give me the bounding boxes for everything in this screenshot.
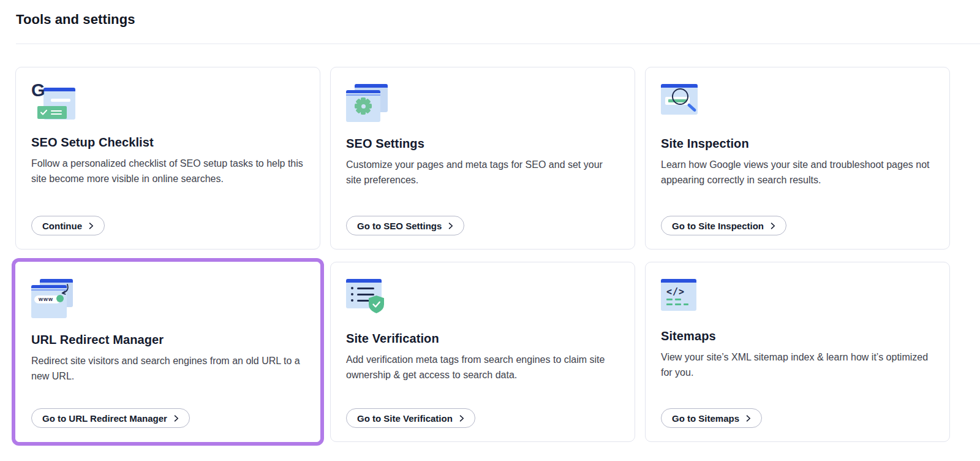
shield-check-glyph	[368, 295, 385, 314]
continue-button[interactable]: Continue	[31, 216, 105, 235]
google-checklist-icon: G	[31, 84, 75, 121]
card-site-inspection: Site Inspection Learn how Google views y…	[645, 67, 950, 250]
card-seo-settings: SEO Settings Customize your pages and me…	[330, 67, 635, 250]
go-to-sitemaps-button[interactable]: Go to Sitemaps	[661, 408, 762, 428]
chevron-right-icon	[89, 223, 94, 229]
card-description: Add verification meta tags from search e…	[346, 352, 620, 383]
page-title: Tools and settings	[16, 12, 980, 28]
code-window-icon: </>	[661, 279, 701, 314]
go-to-url-redirect-manager-button[interactable]: Go to URL Redirect Manager	[31, 408, 190, 428]
gear-glyph	[355, 97, 372, 115]
www-redirect-icon: www	[31, 279, 75, 318]
go-to-site-inspection-button[interactable]: Go to Site Inspection	[661, 216, 786, 235]
code-glyph: </>	[666, 286, 685, 297]
header-divider	[16, 44, 980, 44]
go-to-site-verification-button[interactable]: Go to Site Verification	[346, 408, 475, 428]
card-url-redirect-manager: www URL Redirect Manager Redirect site v…	[15, 262, 320, 442]
card-description: Customize your pages and meta tags for S…	[346, 157, 620, 188]
checklist-shield-icon	[346, 279, 389, 317]
chevron-right-icon	[746, 415, 751, 422]
card-description: View your site’s XML sitemap index & lea…	[661, 349, 935, 380]
card-title: SEO Setup Checklist	[31, 135, 154, 150]
redirect-arrow	[59, 284, 70, 296]
card-seo-setup-checklist: G SEO Setup Checklist Follow a personali…	[15, 67, 320, 250]
chevron-right-icon	[771, 223, 775, 229]
card-site-verification: Site Verification Add verification meta …	[330, 262, 635, 442]
card-description: Learn how Google views your site and tro…	[661, 157, 935, 188]
go-to-seo-settings-button[interactable]: Go to SEO Settings	[346, 216, 464, 235]
chevron-right-icon	[448, 223, 453, 229]
magnifier-window-icon	[661, 84, 705, 122]
card-title: Site Verification	[346, 332, 439, 346]
chevron-right-icon	[174, 415, 179, 422]
google-g-letter: G	[31, 82, 45, 99]
card-title: Sitemaps	[661, 329, 716, 343]
card-title: URL Redirect Manager	[31, 333, 164, 347]
card-description: Follow a personalized checklist of SEO s…	[31, 156, 305, 186]
card-sitemaps: </> Sitemaps View your site’s XML sitema…	[645, 262, 950, 442]
card-description: Redirect site visitors and search engine…	[31, 353, 305, 384]
card-title: SEO Settings	[346, 137, 424, 151]
magnifier-ring	[672, 88, 688, 105]
card-title: Site Inspection	[661, 137, 749, 151]
tools-card-grid: G SEO Setup Checklist Follow a personali…	[15, 67, 980, 442]
gear-window-icon	[346, 84, 389, 122]
page-header: Tools and settings	[0, 0, 980, 45]
checkmark-glyph	[40, 110, 47, 115]
chevron-right-icon	[459, 415, 464, 422]
